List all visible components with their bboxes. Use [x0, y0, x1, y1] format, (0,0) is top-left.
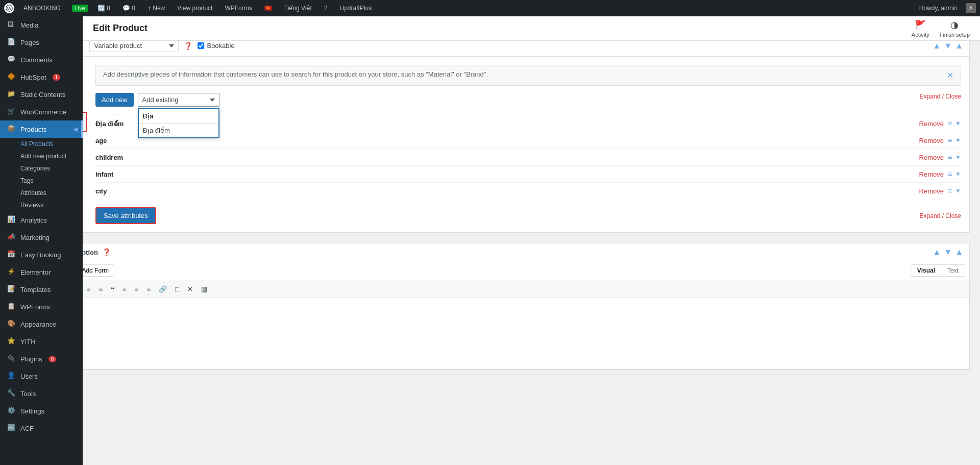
activity-button[interactable]: 🚩 Activity: [912, 19, 929, 38]
chevron-city[interactable]: ▼: [955, 187, 961, 194]
search-option-dia-diem[interactable]: Địa điểm: [139, 124, 218, 137]
sort-age[interactable]: ≡: [948, 136, 952, 144]
attr-row-city: city Remove ≡ ▼: [95, 182, 961, 199]
sidebar-subitem-attributes[interactable]: Attributes: [0, 187, 83, 199]
sidebar-item-static-contents[interactable]: 📁 Static Contents: [0, 86, 83, 103]
sidebar-item-pages[interactable]: 📄 Pages: [0, 34, 83, 51]
sidebar-item-analytics[interactable]: 📊 Analytics: [0, 211, 83, 229]
sidebar-item-tools[interactable]: 🔧 Tools: [0, 385, 83, 390]
sidebar-item-label: Appearance: [20, 321, 56, 328]
tab-visual[interactable]: Visual: [911, 265, 941, 276]
sidebar-item-marketing[interactable]: 📣 Marketing: [0, 229, 83, 246]
chevron-age[interactable]: ▼: [955, 137, 961, 144]
product-type-help[interactable]: ❓: [184, 42, 192, 50]
remove-city[interactable]: Remove: [919, 187, 944, 195]
chevron-childrem[interactable]: ▼: [955, 154, 961, 161]
link-button[interactable]: 🔗: [156, 284, 169, 294]
sidebar-item-appearance[interactable]: 🎨 Appearance: [0, 315, 83, 333]
page-title: Edit Product: [93, 23, 148, 34]
add-existing-select[interactable]: Add existing Địa điểm age childrem infan…: [138, 93, 219, 107]
sort-dia-diem[interactable]: ≡: [948, 119, 952, 128]
expand-close-top[interactable]: Expand / Close: [920, 93, 961, 100]
sidebar-item-users[interactable]: 👤 Users: [0, 368, 83, 385]
remove-infant[interactable]: Remove: [919, 170, 944, 178]
short-desc-down[interactable]: ▼: [944, 248, 952, 257]
align-center-button[interactable]: ≡: [132, 284, 141, 294]
attr-row-dia-diem: Địa điểm Remove ≡ ▼: [95, 115, 961, 132]
sidebar-item-media[interactable]: 🖼 Media: [0, 16, 83, 34]
sidebar-subitem-reviews[interactable]: Reviews: [0, 199, 83, 211]
sidebar-item-templates[interactable]: 📝 Templates: [0, 281, 83, 298]
search-dropdown-input[interactable]: [139, 109, 218, 124]
short-desc-up[interactable]: ▲: [933, 248, 941, 257]
lang-help[interactable]: ?: [321, 5, 331, 12]
lang-flag: 🇻🇳: [261, 5, 275, 12]
sidebar-subitem-add-new[interactable]: Add new product: [0, 150, 83, 162]
hubspot-icon: 🔶: [7, 72, 16, 82]
chevron-infant[interactable]: ▼: [955, 170, 961, 178]
sidebar-subitem-all-products[interactable]: All Products: [0, 138, 83, 150]
bookable-checkbox-label[interactable]: Bookable: [198, 42, 234, 50]
expand-close-bottom[interactable]: Expand / Close: [920, 212, 961, 219]
panel-collapse[interactable]: ▲: [955, 41, 963, 51]
sidebar-subitem-tags[interactable]: Tags: [0, 175, 83, 187]
editor-toolbar: Paragraph Heading 1 Heading 2 Heading 3 …: [11, 280, 969, 298]
sidebar-item-hubspot[interactable]: 🔶 HubSpot 1: [0, 68, 83, 86]
ordered-list-button[interactable]: ≡: [96, 284, 106, 294]
site-name[interactable]: ANBOOKING: [20, 5, 64, 12]
finish-setup-button[interactable]: ◑ Finish setup: [940, 19, 970, 38]
table-button[interactable]: ▦: [199, 284, 210, 294]
blockquote-button[interactable]: ❝: [108, 284, 117, 294]
activity-label: Activity: [912, 32, 929, 38]
unordered-list-button[interactable]: ≡: [84, 284, 93, 294]
align-right-button[interactable]: ≡: [144, 284, 153, 294]
tools-icon: 🔧: [7, 389, 16, 390]
chevron-dia-diem[interactable]: ▼: [955, 120, 961, 127]
more-button[interactable]: ✕: [185, 284, 195, 294]
main-content: Product data — Variable product Simple p…: [0, 25, 980, 390]
remove-age[interactable]: Remove: [919, 137, 944, 144]
wpforms-link[interactable]: WPForms: [222, 5, 255, 12]
view-product-link[interactable]: View product: [174, 5, 215, 12]
save-attributes-button[interactable]: Save attributes: [95, 207, 156, 224]
top-bar: Edit Product 🚩 Activity ◑ Finish setup: [83, 16, 980, 41]
wp-logo[interactable]: W: [4, 3, 14, 13]
attr-info-close[interactable]: ✕: [947, 70, 953, 80]
sidebar-item-wpforms[interactable]: 📋 WPForms: [0, 298, 83, 315]
add-new-button[interactable]: Add new: [95, 93, 134, 107]
sort-childrem[interactable]: ≡: [948, 153, 952, 161]
lang-label[interactable]: Tiếng Việt: [281, 5, 315, 12]
panel-down-arrow[interactable]: ▼: [944, 41, 952, 51]
align-left-button[interactable]: ≡: [120, 284, 129, 294]
sidebar-item-label: Products: [20, 126, 46, 133]
updraftplus-link[interactable]: UpdraftPlus: [337, 5, 375, 12]
comments-count[interactable]: 💬 0: [119, 5, 138, 12]
sidebar-item-easy-booking[interactable]: 📅 Easy Booking: [0, 246, 83, 263]
sidebar-item-products[interactable]: 📦 Products ◀: [0, 120, 83, 138]
short-desc-collapse[interactable]: ▲: [955, 248, 963, 257]
unlink-button[interactable]: □: [173, 284, 182, 294]
product-type-select[interactable]: Variable product Simple product Grouped …: [89, 39, 179, 52]
tab-text[interactable]: Text: [941, 265, 965, 276]
sidebar-item-plugins[interactable]: 🔌 Plugins 6: [0, 350, 83, 368]
remove-dia-diem[interactable]: Remove: [919, 120, 944, 128]
sidebar-item-elementor[interactable]: ⚡ Elementor: [0, 263, 83, 281]
users-icon: 👤: [7, 372, 16, 381]
remove-childrem[interactable]: Remove: [919, 154, 944, 161]
short-desc-help[interactable]: ❓: [102, 248, 111, 256]
plugins-badge: 6: [48, 356, 57, 362]
bookable-checkbox[interactable]: [198, 42, 204, 49]
sort-city[interactable]: ≡: [948, 187, 952, 195]
plugins-icon: 🔌: [7, 354, 16, 363]
attr-label-childrem: childrem: [95, 154, 167, 161]
panel-up-arrow[interactable]: ▲: [933, 41, 941, 51]
sidebar-subitem-categories[interactable]: Categories: [0, 162, 83, 175]
new-button[interactable]: + New: [144, 5, 168, 12]
sort-infant[interactable]: ≡: [948, 170, 952, 178]
sidebar-item-woocommerce[interactable]: 🛒 WooCommerce: [0, 103, 83, 120]
sidebar-item-yith[interactable]: ⭐ YITH: [0, 333, 83, 350]
add-form-label: Add Form: [82, 267, 109, 274]
sidebar-item-comments[interactable]: 💬 Comments: [0, 51, 83, 68]
updates-count[interactable]: 🔄 8: [94, 5, 113, 12]
short-description-editor[interactable]: [11, 298, 969, 370]
